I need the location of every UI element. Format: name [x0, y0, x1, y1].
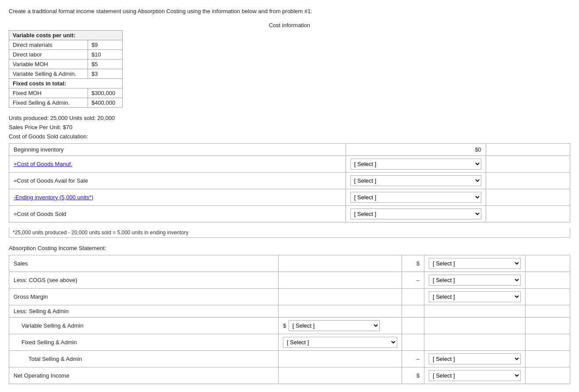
net-income-dollar-sign: $: [402, 367, 424, 384]
beginning-inventory-empty: [486, 143, 570, 155]
variable-moh-row: Variable MOH $5: [9, 59, 123, 69]
fixed-costs-header: Fixed costs in total:: [9, 78, 123, 88]
fixed-selling-admin-income-row: Fixed Selling & Admin [ Select ]: [9, 334, 570, 350]
fixed-moh-row: Fixed MOH $300,000: [9, 88, 123, 98]
cost-goods-manuf-select-cell: [ Select ]: [346, 155, 486, 172]
less-selling-row: Less: Selling & Admin: [9, 305, 570, 317]
direct-materials-row: Direct materials $9: [9, 40, 123, 49]
direct-labor-label: Direct labor: [9, 49, 88, 59]
variable-selling-value: $3: [88, 69, 122, 78]
fixed-moh-label: Fixed MOH: [9, 88, 88, 98]
sales-mid: [278, 255, 402, 272]
ending-inventory-right: [486, 189, 570, 205]
fixed-selling-admin-right-cell: [424, 334, 525, 350]
gross-margin-dollar: [402, 288, 424, 305]
less-selling-mid: [278, 305, 402, 317]
cost-info-title: Cost information: [9, 22, 570, 28]
cogs-sold-select-cell: [ Select ]: [346, 205, 486, 222]
gross-margin-select[interactable]: [ Select ]: [429, 291, 521, 302]
variable-moh-label: Variable MOH: [9, 59, 88, 69]
cost-goods-manuf-select[interactable]: [ Select ]: [350, 159, 481, 170]
cost-goods-manuf-link[interactable]: +Cost of Goods Manuf.: [14, 161, 72, 167]
beginning-inventory-row: Beginning inventory $0: [9, 143, 570, 155]
fixed-selling-admin-value: $400,000: [88, 98, 122, 107]
ending-inventory-link[interactable]: -Ending inventory (5,000 units*): [14, 194, 93, 201]
sales-label: Sales: [9, 255, 279, 272]
total-selling-select[interactable]: [ Select ]: [429, 353, 521, 364]
less-cogs-select[interactable]: [ Select ]: [429, 275, 521, 286]
beginning-inventory-value: $0: [346, 143, 486, 155]
cogs-footnote: *25,000 units produced - 20,000 units so…: [9, 228, 570, 238]
direct-materials-label: Direct materials: [9, 40, 88, 49]
var-selling-dollar: [402, 317, 424, 334]
fixed-selling-admin-label: Fixed Selling & Admin.: [9, 98, 88, 107]
beginning-inventory-label: Beginning inventory: [9, 143, 346, 155]
gross-margin-right: [525, 288, 570, 305]
net-income-select-cell: [ Select ]: [424, 367, 525, 384]
fixed-selling-admin-right: [525, 334, 570, 350]
var-selling-mid: $ [ Select ]: [278, 317, 402, 334]
fixed-selling-admin-row: Fixed Selling & Admin. $400,000: [9, 98, 123, 107]
total-selling-right: [525, 350, 570, 367]
variable-selling-row: Variable Selling & Admin. $3: [9, 69, 123, 78]
ending-inventory-row: -Ending inventory (5,000 units*) [ Selec…: [9, 189, 570, 205]
sales-select[interactable]: [ Select ]: [429, 258, 521, 269]
ending-inventory-label: -Ending inventory (5,000 units*): [9, 189, 346, 205]
var-selling-label: Variable Selling & Admin: [9, 317, 279, 334]
cogs-avail-label: =Cost of Goods Avail for Sale: [9, 172, 346, 189]
price-info: Sales Price Per Unit: $70: [9, 124, 570, 131]
variable-costs-header: Variable costs per unit:: [9, 30, 123, 40]
income-statement-table: Sales $ [ Select ] Less: COGS (see above…: [9, 255, 570, 384]
var-selling-right-cell: [424, 317, 525, 334]
fixed-selling-admin-dollar: [402, 334, 424, 350]
cost-goods-manuf-row: +Cost of Goods Manuf. [ Select ]: [9, 155, 570, 172]
var-selling-select[interactable]: [ Select ]: [289, 320, 380, 331]
direct-materials-value: $9: [88, 40, 122, 49]
cogs-sold-row: =Cost of Goods Sold [ Select ]: [9, 205, 570, 222]
cost-goods-manuf-right: [486, 155, 570, 172]
fixed-costs-label: Fixed costs in total:: [9, 78, 123, 88]
total-selling-row: Total Selling & Admin – [ Select ]: [9, 350, 570, 367]
ending-inventory-select[interactable]: [ Select ]: [350, 192, 481, 203]
variable-costs-label: Variable costs per unit:: [9, 30, 123, 40]
cogs-avail-right: [486, 172, 570, 189]
var-selling-dollar-sign: $: [283, 322, 286, 329]
fixed-selling-admin-label: Fixed Selling & Admin: [9, 334, 279, 350]
sales-dollar: $: [402, 255, 424, 272]
cogs-avail-select[interactable]: [ Select ]: [350, 175, 481, 186]
net-income-select[interactable]: [ Select ]: [429, 370, 521, 381]
less-cogs-label: Less: COGS (see above): [9, 272, 279, 288]
net-income-row: Net Operating Income $ [ Select ]: [9, 367, 570, 384]
less-cogs-right: [525, 272, 570, 288]
less-cogs-row: Less: COGS (see above) – [ Select ]: [9, 272, 570, 288]
gross-margin-mid: [278, 288, 402, 305]
cogs-avail-row: =Cost of Goods Avail for Sale [ Select ]: [9, 172, 570, 189]
gross-margin-select-cell: [ Select ]: [424, 288, 525, 305]
cogs-sold-select[interactable]: [ Select ]: [350, 208, 481, 219]
less-selling-right: [525, 305, 570, 317]
sales-right: [525, 255, 570, 272]
less-cogs-select-cell: [ Select ]: [424, 272, 525, 288]
direct-labor-row: Direct labor $10: [9, 49, 123, 59]
net-income-mid: [278, 367, 402, 384]
sales-row: Sales $ [ Select ]: [9, 255, 570, 272]
sales-select-cell: [ Select ]: [424, 255, 525, 272]
less-selling-dollar: [402, 305, 424, 317]
units-info: Units produced: 25,000 Units sold: 20,00…: [9, 115, 570, 121]
less-selling-empty: [424, 305, 525, 317]
cogs-sold-label: =Cost of Goods Sold: [9, 205, 346, 222]
ending-inventory-select-cell: [ Select ]: [346, 189, 486, 205]
income-statement-title: Absorption Costing Income Statement:: [9, 245, 570, 251]
less-cogs-mid: [278, 272, 402, 288]
fixed-moh-value: $300,000: [88, 88, 122, 98]
gross-margin-row: Gross Margin [ Select ]: [9, 288, 570, 305]
less-selling-label: Less: Selling & Admin: [9, 305, 279, 317]
cogs-table: Beginning inventory $0 +Cost of Goods Ma…: [9, 143, 570, 222]
var-selling-right: [525, 317, 570, 334]
cogs-sold-right: [486, 205, 570, 222]
cost-goods-manuf-label: +Cost of Goods Manuf.: [9, 155, 346, 172]
fixed-selling-admin-select[interactable]: [ Select ]: [283, 337, 397, 348]
net-income-label: Net Operating Income: [9, 367, 279, 384]
var-selling-row: Variable Selling & Admin $ [ Select ]: [9, 317, 570, 334]
less-cogs-dash: –: [402, 272, 424, 288]
